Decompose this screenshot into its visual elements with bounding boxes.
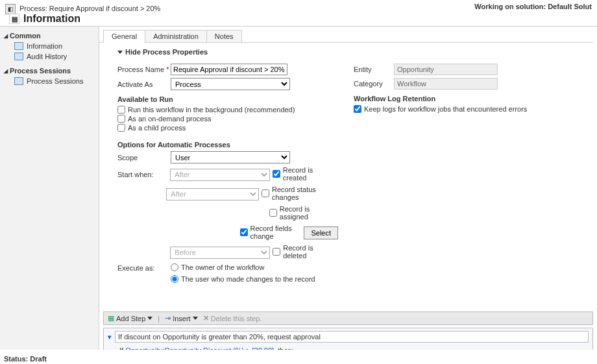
on-demand-checkbox[interactable]: As an on-demand process <box>117 115 338 123</box>
category-field: Workflow <box>394 78 498 90</box>
start-when-after-select[interactable]: Before <box>170 247 270 259</box>
record-created-checkbox[interactable]: Record is created <box>273 166 338 182</box>
hide-process-properties-toggle[interactable]: Hide Process Properties <box>117 48 591 56</box>
record-status-checkbox[interactable]: Record status changes <box>262 186 338 201</box>
caret-down-icon <box>193 317 198 320</box>
start-when-before-select-1[interactable]: After <box>170 169 270 181</box>
available-to-run-head: Available to Run <box>117 95 338 103</box>
run-background-checkbox[interactable]: Run this workflow in the background (rec… <box>117 106 338 114</box>
collapse-icon: ◢ <box>4 33 8 39</box>
tab-general[interactable]: General <box>103 30 145 43</box>
execute-as-user-radio[interactable]: The user who made changes to the record <box>171 275 315 283</box>
solution-label: Working on solution: Default Solut <box>474 3 592 10</box>
audit-icon <box>14 53 23 60</box>
if-condition-line: If Opportunity:Opportunity Discount (%) … <box>119 346 589 350</box>
options-head: Options for Automatic Processes <box>117 141 338 149</box>
select-fields-button[interactable]: Select <box>304 226 338 239</box>
caret-down-icon <box>147 317 152 320</box>
status-bar: Status: Draft <box>0 354 597 364</box>
info-icon <box>14 42 23 50</box>
process-name-input[interactable] <box>171 64 287 75</box>
separator: | <box>158 315 160 322</box>
record-assigned-checkbox[interactable]: Record is assigned <box>269 205 338 221</box>
sidebar-item-audit-history[interactable]: Audit History <box>0 51 99 62</box>
required-indicator: * <box>166 66 169 73</box>
step-description-input[interactable]: If discount on Opportunity is greater th… <box>115 331 589 343</box>
insert-button[interactable]: ⇥Insert <box>165 314 198 322</box>
execute-as-owner-radio[interactable]: The owner of the workflow <box>171 263 264 271</box>
scope-label: Scope <box>117 154 171 162</box>
sidebar-item-process-sessions[interactable]: Process Sessions <box>0 76 99 86</box>
process-name-label: Process Name <box>117 66 164 73</box>
plus-icon: ▦ <box>108 314 114 322</box>
collapse-icon: ◢ <box>4 68 8 74</box>
scope-select[interactable]: User <box>171 151 290 164</box>
if-condition-link[interactable]: Opportunity:Opportunity Discount (%) > [… <box>125 346 274 350</box>
tab-administration[interactable]: Administration <box>145 30 207 43</box>
start-when-label: Start when: <box>117 171 170 178</box>
step-caret-icon[interactable]: ▾ <box>108 333 112 341</box>
delete-icon: ✕ <box>203 314 209 322</box>
sessions-icon <box>14 77 23 85</box>
entity-field: Opportunity <box>394 64 498 75</box>
activate-as-select[interactable]: Process <box>171 78 290 90</box>
category-label: Category <box>354 80 394 88</box>
sidebar-group-common[interactable]: ◢Common <box>0 30 99 41</box>
record-deleted-checkbox[interactable]: Record is deleted <box>273 244 338 260</box>
record-fields-change-checkbox[interactable]: Record fields change <box>240 224 300 240</box>
log-retention-head: Workflow Log Retention <box>354 95 587 103</box>
steps-toolbar: ▦Add Step | ⇥Insert ✕Delete this step. <box>103 311 593 325</box>
process-label: Process: Require Approval if discount > … <box>19 5 160 12</box>
child-process-checkbox[interactable]: As a child process <box>117 124 338 132</box>
add-step-button[interactable]: ▦Add Step <box>108 314 152 322</box>
caret-down-icon <box>117 51 123 54</box>
step-container: ▾ If discount on Opportunity is greater … <box>103 328 593 350</box>
information-icon: ▤ <box>9 14 19 24</box>
sidebar-group-sessions[interactable]: ◢Process Sessions <box>0 66 99 76</box>
page-title: Information <box>23 13 80 25</box>
activate-as-label: Activate As <box>117 80 171 88</box>
delete-step-button[interactable]: ✕Delete this step. <box>203 314 262 322</box>
keep-logs-checkbox[interactable]: Keep logs for workflow jobs that encount… <box>354 105 587 113</box>
entity-label: Entity <box>354 66 394 73</box>
insert-icon: ⇥ <box>165 314 171 322</box>
tab-notes[interactable]: Notes <box>206 30 242 43</box>
execute-as-label: Execute as: <box>117 264 171 272</box>
sidebar: ◢Common Information Audit History ◢Proce… <box>0 27 99 350</box>
process-header-icon: ◧ <box>5 4 16 14</box>
start-when-before-select-2[interactable]: After <box>166 188 259 200</box>
sidebar-item-information[interactable]: Information <box>0 41 99 51</box>
